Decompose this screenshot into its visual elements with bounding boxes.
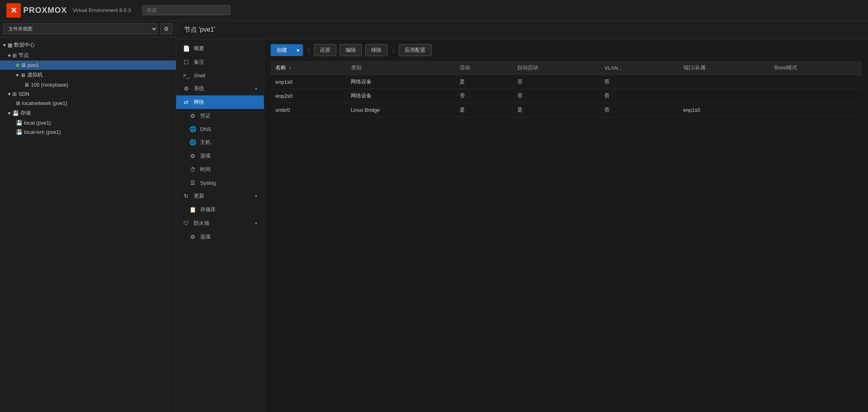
sidebar-gear-button[interactable]: ⚙ <box>160 23 173 34</box>
nav-item-summary[interactable]: 📄 概要 <box>176 42 264 55</box>
nav-item-shell[interactable]: >_ Shell <box>176 69 264 82</box>
cell-ports: enp1s0 <box>678 103 770 117</box>
tree-item-sdn[interactable]: ▾ ⊞ SDN <box>0 89 176 99</box>
status-dot <box>16 64 19 67</box>
sidebar: 文件夹视图 ⚙ ▾ ▦ 数据中心 ▾ ⊞ 节点 🖥 pve1 <box>0 21 176 412</box>
vm-icon: 🖥 <box>20 72 26 78</box>
tree-label: SDN <box>18 91 29 97</box>
tree-item-pve1[interactable]: 🖥 pve1 <box>0 61 176 70</box>
nav-label: Shell <box>194 73 205 79</box>
nav-item-updates[interactable]: ↻ 更新 ▾ <box>176 189 264 203</box>
middle-layout: 📄 概要 ☐ 备注 >_ Shell ⚙ 系统 ▾ ⇄ <box>176 39 868 412</box>
cell-bond <box>770 89 862 103</box>
create-dropdown-button[interactable]: ▾ <box>293 44 303 56</box>
nav-item-host[interactable]: 🌐 主机 <box>176 135 264 149</box>
fw-options-icon: ⚙ <box>189 234 196 240</box>
logo-icon: ✕ <box>6 3 21 18</box>
tree-label: 虚拟机 <box>27 71 43 79</box>
apply-config-button[interactable]: 应用配置 <box>399 44 432 56</box>
search-input[interactable] <box>142 5 230 15</box>
tree-label: localnetwork (pve1) <box>22 100 67 106</box>
system-icon: ⚙ <box>183 85 190 92</box>
tree-item-localnetwork[interactable]: ⊞ localnetwork (pve1) <box>0 99 176 108</box>
nav-label: 选项 <box>200 152 211 160</box>
cell-name: enp1s0 <box>271 75 346 89</box>
tree-item-vm100[interactable]: 🖥 100 (rockybase) <box>0 80 176 89</box>
chevron-down-icon: ▾ <box>255 221 257 226</box>
nav-label: 主机 <box>200 139 211 146</box>
net-icon: ⊞ <box>16 100 20 106</box>
table-row[interactable]: enp1s0网络设备是否否 <box>271 75 862 89</box>
create-button[interactable]: 创建 <box>271 44 293 56</box>
cell-active: 否 <box>455 89 512 103</box>
table-row[interactable]: enp2s0网络设备否否否 <box>271 89 862 103</box>
cell-vlan: 否 <box>599 103 678 117</box>
local-icon: 💾 <box>16 120 22 126</box>
nav-item-dns[interactable]: 🌐 DNS <box>176 123 264 135</box>
nodes-icon: ⊞ <box>12 53 17 59</box>
nav-item-fw-options[interactable]: ⚙ 选项 <box>176 230 264 244</box>
view-selector[interactable]: 文件夹视图 <box>3 23 158 34</box>
col-active[interactable]: 活动 <box>455 61 512 75</box>
time-icon: ⏱ <box>189 166 196 173</box>
nav-item-system[interactable]: ⚙ 系统 ▾ <box>176 82 264 95</box>
dns-icon: 🌐 <box>189 126 196 132</box>
revert-button[interactable]: 还原 <box>314 44 336 56</box>
edit-button[interactable]: 编辑 <box>340 44 362 56</box>
storage-icon: 💾 <box>12 110 19 116</box>
nav-label: 备注 <box>194 59 204 66</box>
sidebar-header: 文件夹视图 ⚙ <box>0 21 176 37</box>
col-type[interactable]: 类别 <box>346 61 455 75</box>
tree-item-nodes[interactable]: ▾ ⊞ 节点 <box>0 50 176 61</box>
nav-item-repos[interactable]: 📋 存储库 <box>176 203 264 216</box>
nav-item-firewall[interactable]: 🛡 防火墙 ▾ <box>176 216 264 230</box>
cell-autostart: 是 <box>512 103 599 117</box>
table-row[interactable]: vmbr0Linux Bridge是是否enp1s0 <box>271 103 862 117</box>
cell-type: Linux Bridge <box>346 103 455 117</box>
lvm-icon: 💾 <box>16 129 22 135</box>
tree-item-vms[interactable]: ▾ 🖥 虚拟机 <box>0 70 176 80</box>
col-vlan[interactable]: VLAN... <box>599 61 678 75</box>
nav-label: 网络 <box>194 99 204 106</box>
nav-label: 概要 <box>194 45 204 52</box>
cell-type: 网络设备 <box>346 75 455 89</box>
expand-icon: ▾ <box>3 42 6 48</box>
nav-item-time[interactable]: ⏱ 时间 <box>176 163 264 176</box>
tree: ▾ ▦ 数据中心 ▾ ⊞ 节点 🖥 pve1 ▾ 🖥 虚拟机 <box>0 37 176 412</box>
tree-label: local (pve1) <box>24 120 51 126</box>
tree-item-local[interactable]: 💾 local (pve1) <box>0 118 176 127</box>
tree-label: local-lvm (pve1) <box>24 129 61 135</box>
tree-label: 100 (rockybase) <box>31 82 68 88</box>
nav-label: 时间 <box>200 166 211 173</box>
cell-ports <box>678 89 770 103</box>
col-name[interactable]: 名称 ↑ <box>271 61 346 75</box>
remove-button[interactable]: 移除 <box>365 44 388 56</box>
cell-vlan: 否 <box>599 75 678 89</box>
cell-bond <box>770 75 862 89</box>
separator-2: | <box>391 47 395 53</box>
nav-label: 选项 <box>200 233 211 240</box>
nav-item-notes[interactable]: ☐ 备注 <box>176 55 264 69</box>
sort-arrow: ↑ <box>289 66 291 70</box>
cell-autostart: 否 <box>512 89 599 103</box>
firewall-icon: 🛡 <box>183 220 190 226</box>
cell-ports <box>678 75 770 89</box>
tree-item-storage[interactable]: ▾ 💾 存储 <box>0 108 176 118</box>
expand-icon: ▾ <box>8 110 11 116</box>
nav-item-certs[interactable]: ⚙ 凭证 <box>176 109 264 123</box>
vm100-icon: 🖥 <box>24 82 29 88</box>
col-bond[interactable]: Bond模式 <box>770 61 862 75</box>
cell-name: vmbr0 <box>271 103 346 117</box>
col-autostart[interactable]: 自动启动 <box>512 61 599 75</box>
nav-panel: 📄 概要 ☐ 备注 >_ Shell ⚙ 系统 ▾ ⇄ <box>176 39 264 412</box>
repos-icon: 📋 <box>189 206 196 213</box>
nav-item-network[interactable]: ⇄ 网络 <box>176 95 264 109</box>
cell-active: 是 <box>455 75 512 89</box>
nav-item-syslog[interactable]: ☰ Syslog <box>176 176 264 189</box>
logo: ✕ PROXMOX Virtual Environment 8.0.3 <box>6 3 131 18</box>
tree-item-local-lvm[interactable]: 💾 local-lvm (pve1) <box>0 127 176 137</box>
nav-item-options[interactable]: ⚙ 选项 <box>176 149 264 163</box>
certs-icon: ⚙ <box>189 113 196 119</box>
col-ports[interactable]: 端口/从属 <box>678 61 770 75</box>
tree-item-datacenter[interactable]: ▾ ▦ 数据中心 <box>0 40 176 50</box>
